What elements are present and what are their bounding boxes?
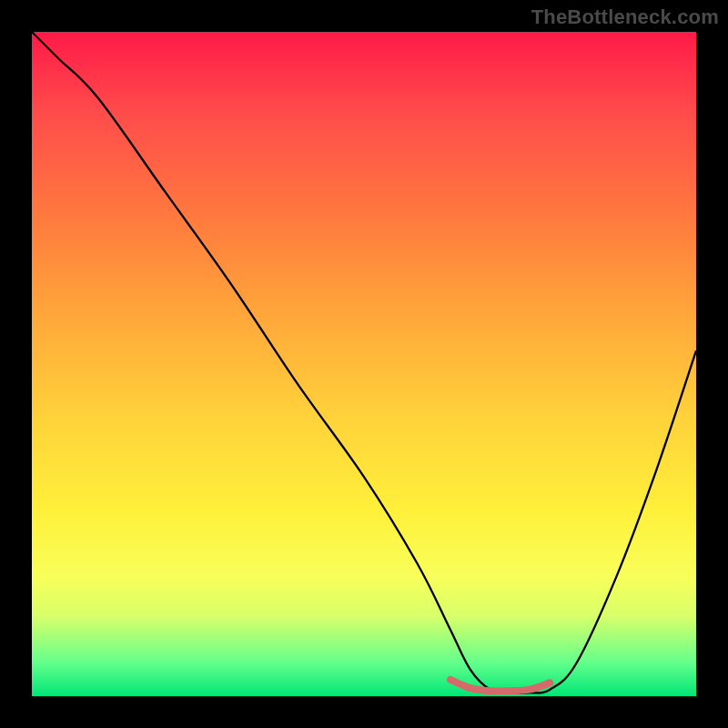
watermark-text: TheBottleneck.com [531, 5, 719, 29]
curve-svg [32, 32, 696, 696]
chart-frame: TheBottleneck.com [0, 0, 728, 728]
plot-area [32, 32, 696, 696]
bottleneck-curve [32, 32, 696, 693]
bottleneck-highlight [450, 680, 551, 692]
